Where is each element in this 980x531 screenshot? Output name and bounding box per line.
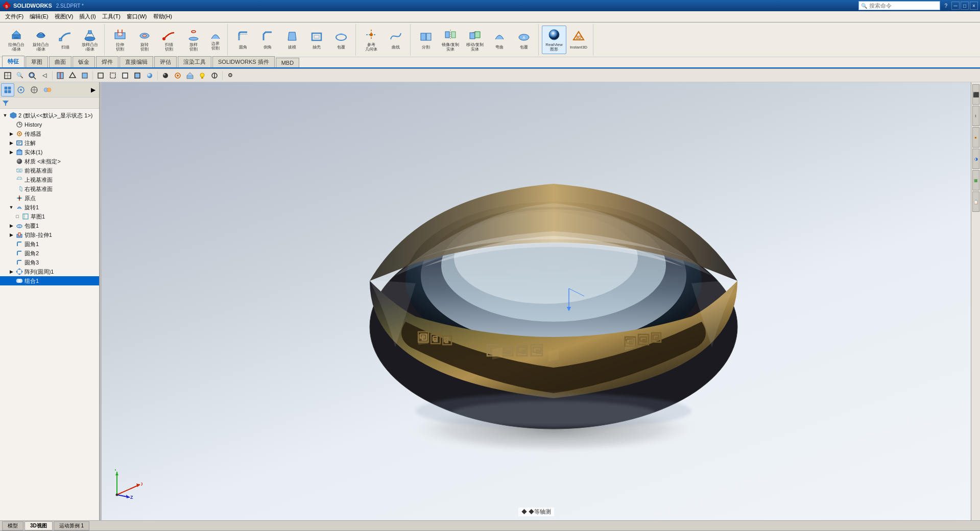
window-controls[interactable]: ─ □ × — [951, 2, 978, 10]
tab-sheetmetal[interactable]: 钣金 — [73, 56, 95, 67]
tree-top-plane-item[interactable]: 上视基准面 — [0, 175, 99, 184]
hidden-lines-visible-button[interactable] — [107, 70, 118, 81]
ambient-occlusion-button[interactable] — [160, 70, 171, 81]
annotation-expand-btn[interactable]: ▶ — [8, 140, 14, 146]
section-view-button[interactable] — [55, 70, 66, 81]
tree-front-plane-item[interactable]: 前 前视基准面 — [0, 166, 99, 175]
tree-cut-extrude1-item[interactable]: ▶ 切除-拉伸1 — [0, 230, 99, 239]
lights-button[interactable] — [197, 70, 208, 81]
loft-cut-button[interactable]: 放样切割 — [181, 26, 206, 54]
view-orient-button[interactable] — [67, 70, 78, 81]
menu-view[interactable]: 视图(V) — [52, 12, 77, 21]
ref-geom-button[interactable]: 参考几何体 — [359, 26, 384, 54]
scene-button[interactable] — [184, 70, 196, 81]
flex-button[interactable]: 弯曲 — [487, 26, 512, 54]
tree-history-item[interactable]: History — [0, 120, 99, 129]
circular-pattern-expand-btn[interactable]: ▶ — [8, 269, 14, 275]
menu-insert[interactable]: 插入(I) — [76, 12, 99, 21]
right-btn-5[interactable]: ▦ — [972, 170, 979, 190]
menu-tools[interactable]: 工具(T) — [99, 12, 124, 21]
shell-button[interactable]: 抽壳 — [304, 26, 329, 54]
wrap2-button[interactable]: A 包覆 — [512, 26, 536, 54]
previous-view-button[interactable]: ◁ — [39, 70, 50, 81]
tree-combine1-item[interactable]: 组合1 — [0, 276, 99, 285]
solid-expand-btn[interactable]: ▶ — [8, 149, 14, 155]
tree-fillet2-item[interactable]: 圆角2 — [0, 249, 99, 258]
tree-root-item[interactable]: ▼ 2 (默认<<默认>_显示状态 1>) — [0, 111, 99, 120]
menu-edit[interactable]: 编辑(E) — [27, 12, 52, 21]
boundary-cut-button[interactable]: 边界切割 — [206, 26, 225, 54]
revolve-cut-button[interactable]: 旋转切割 — [132, 26, 157, 54]
feature-manager-tab[interactable] — [1, 83, 14, 96]
3d-view-tab[interactable]: 3D视图 — [25, 521, 53, 530]
tree-sketch1-item[interactable]: □ 草图1 — [0, 212, 99, 221]
right-btn-4[interactable]: ◑ — [972, 149, 979, 169]
extrude-boss-button[interactable]: 拉伸凸台/基体 — [4, 26, 29, 54]
root-expand-btn[interactable]: ▼ — [2, 112, 8, 118]
revolve-boss-button[interactable]: 旋转凸台/基体 — [29, 26, 53, 54]
tree-circular-pattern-item[interactable]: ▶ 阵列(圆周)1 — [0, 267, 99, 276]
tab-plugins[interactable]: SOLIDWORKS 插件 — [212, 56, 275, 67]
tree-right-plane-item[interactable]: 右视基准面 — [0, 184, 99, 194]
move-button[interactable]: 移动/复制实体 — [463, 26, 487, 54]
curve-button[interactable]: 曲线 — [384, 26, 408, 54]
right-btn-2[interactable]: ↔ — [972, 106, 979, 126]
chamfer-button[interactable]: 倒角 — [255, 26, 280, 54]
right-btn-1[interactable]: ⬛ — [972, 84, 979, 105]
tree-wrap1-item[interactable]: ▶ W 包覆1 — [0, 221, 99, 230]
split-button[interactable]: 分割 — [414, 26, 438, 54]
tree-fillet1-item[interactable]: 圆角1 — [0, 239, 99, 249]
close-button[interactable]: × — [970, 2, 978, 10]
menu-help[interactable]: 帮助(H) — [150, 12, 175, 21]
wireframe-button[interactable] — [95, 70, 106, 81]
appearance-button[interactable] — [172, 70, 183, 81]
fit-all-button[interactable] — [2, 70, 13, 81]
tree-revolve1-item[interactable]: ▼ 旋转1 — [0, 203, 99, 212]
view-settings-button[interactable]: ⚙ — [225, 70, 236, 81]
loft-boss-button[interactable]: 放样凸台/基体 — [78, 26, 102, 54]
fillet-button[interactable]: 圆角 — [231, 26, 255, 54]
sensor-expand-btn[interactable]: ▶ — [8, 131, 14, 137]
display-toggle-button[interactable] — [209, 70, 220, 81]
right-btn-6[interactable]: 📋 — [972, 191, 979, 212]
model-tab[interactable]: 模型 — [2, 521, 23, 530]
zoom-in-button[interactable]: 🔍 — [14, 70, 26, 81]
sweep-button[interactable]: 扫描 — [53, 26, 78, 54]
tree-annotation-item[interactable]: ▶ 注解 — [0, 138, 99, 148]
tab-mbd[interactable]: MBD — [276, 58, 299, 67]
display-manager-tab[interactable] — [41, 83, 54, 96]
wrap1-expand-btn[interactable]: ▶ — [8, 223, 14, 229]
search-input[interactable] — [869, 3, 938, 9]
config-manager-tab[interactable] — [28, 83, 41, 96]
tree-origin-item[interactable]: 原点 — [0, 194, 99, 203]
wrap-toolbar-button[interactable]: 包覆 — [329, 26, 353, 54]
sweep-cut-button[interactable]: 扫描切割 — [157, 26, 181, 54]
panel-expand-arrow[interactable]: ▶ — [88, 85, 98, 95]
tab-direct-edit[interactable]: 直接编辑 — [119, 56, 153, 67]
tree-sensor-item[interactable]: ▶ 传感器 — [0, 129, 99, 138]
help-icon[interactable]: ? — [944, 3, 947, 9]
search-bar[interactable]: 🔍 — [858, 1, 940, 10]
tree-solid-item[interactable]: ▶ 实体(1) — [0, 148, 99, 157]
tab-render[interactable]: 渲染工具 — [178, 56, 211, 67]
tab-sketch[interactable]: 草图 — [26, 56, 48, 67]
realview-button[interactable]: RealView图形 — [542, 26, 566, 54]
tab-evaluate[interactable]: 评估 — [154, 56, 177, 67]
property-manager-tab[interactable] — [14, 83, 28, 96]
tab-feature[interactable]: 特征 — [2, 56, 25, 67]
tab-weldment[interactable]: 焊件 — [96, 56, 118, 67]
tree-material-item[interactable]: 材质 <未指定> — [0, 157, 99, 166]
zoom-select-button[interactable] — [27, 70, 38, 81]
tree-fillet3-item[interactable]: 圆角3 — [0, 258, 99, 267]
viewport[interactable]: X Y Z ◆ ◆等轴测 — [102, 82, 971, 520]
cut-extrude1-expand-btn[interactable]: ▶ — [8, 232, 14, 238]
right-btn-3[interactable]: ● — [972, 127, 979, 148]
menu-file[interactable]: 文件(F) — [2, 12, 27, 21]
shaded-button[interactable] — [144, 70, 155, 81]
minimize-button[interactable]: ─ — [951, 2, 960, 10]
tab-surface[interactable]: 曲面 — [49, 56, 71, 67]
instant3d-button[interactable]: 3D Instant3D — [566, 26, 591, 54]
extrude-cut-button[interactable]: 拉伸切割 — [108, 26, 132, 54]
revolve1-expand-btn[interactable]: ▼ — [8, 204, 14, 210]
shaded-edges-button[interactable] — [132, 70, 143, 81]
